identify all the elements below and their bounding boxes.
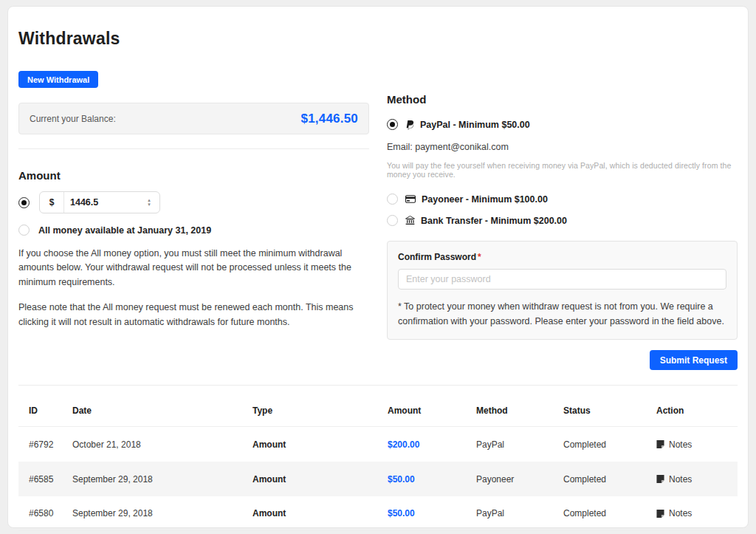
table-row: #6585 September 29, 2018 Amount $50.00 P… xyxy=(18,462,738,496)
withdrawals-card: Withdrawals New Withdrawal Current your … xyxy=(7,6,749,528)
column-header-id: ID xyxy=(29,405,72,416)
amount-note-2: Please note that the All money request m… xyxy=(18,301,369,329)
divider xyxy=(18,148,369,149)
bank-icon xyxy=(405,216,415,225)
table-body: #6792 October 21, 2018 Amount $200.00 Pa… xyxy=(18,427,738,531)
cell-date: September 29, 2018 xyxy=(72,474,252,485)
stepper-down-icon[interactable]: ▾ xyxy=(148,202,151,207)
amount-section-title: Amount xyxy=(18,169,369,182)
amount-stepper[interactable]: ▴▾ xyxy=(144,198,154,207)
balance-value: $1,446.50 xyxy=(301,112,358,126)
submit-request-button[interactable]: Submit Request xyxy=(650,350,738,370)
cell-status: Completed xyxy=(563,439,656,450)
column-header-method: Method xyxy=(476,405,563,416)
cell-date: September 29, 2018 xyxy=(72,508,252,518)
all-money-radio[interactable] xyxy=(18,225,30,236)
column-header-type: Type xyxy=(252,405,388,416)
cell-status: Completed xyxy=(563,508,656,518)
cell-id: #6585 xyxy=(29,474,72,485)
credit-card-icon xyxy=(405,195,416,203)
notes-label: Notes xyxy=(669,508,692,518)
withdrawals-table: ID Date Type Amount Method Status Action… xyxy=(18,386,738,534)
method-option-label: Bank Transfer - Minimum $200.00 xyxy=(421,216,567,226)
cell-type: Amount xyxy=(252,474,388,485)
method-section-title: Method xyxy=(387,93,738,106)
paypal-email: Email: payment@conikal.com xyxy=(387,142,738,152)
notes-icon xyxy=(656,475,664,483)
method-option-paypal[interactable]: PayPal - Minimum $50.00 xyxy=(387,119,738,130)
password-input[interactable] xyxy=(398,269,726,290)
table-row: #6792 October 21, 2018 Amount $200.00 Pa… xyxy=(18,427,738,462)
amount-column: New Withdrawal Current your Balance: $1,… xyxy=(18,71,369,370)
balance-box: Current your Balance: $1,446.50 xyxy=(18,103,369,134)
payoneer-radio[interactable] xyxy=(387,194,398,205)
currency-symbol: $ xyxy=(40,192,64,213)
password-note: * To protect your money when withdraw re… xyxy=(398,299,726,329)
cell-amount: $200.00 xyxy=(388,439,476,450)
method-option-label: PayPal - Minimum $50.00 xyxy=(420,120,530,130)
balance-label: Current your Balance: xyxy=(30,114,116,124)
notes-label: Notes xyxy=(669,474,692,485)
cell-id: #6580 xyxy=(29,508,72,518)
notes-action[interactable]: Notes xyxy=(656,508,727,518)
cell-method: Payoneer xyxy=(476,474,563,485)
custom-amount-radio[interactable] xyxy=(18,197,30,208)
method-option-label: Payoneer - Minimum $100.00 xyxy=(422,194,548,205)
column-header-amount: Amount xyxy=(388,405,476,416)
cell-type: Amount xyxy=(252,508,388,518)
page-title: Withdrawals xyxy=(18,29,738,49)
confirm-password-label: Confirm Password* xyxy=(398,252,726,262)
table-header-row: ID Date Type Amount Method Status Action xyxy=(18,386,738,427)
cell-status: Completed xyxy=(563,474,656,485)
amount-input[interactable] xyxy=(64,197,144,208)
cell-type: Amount xyxy=(252,439,388,450)
cell-id: #6792 xyxy=(29,439,72,450)
paypal-radio[interactable] xyxy=(387,119,398,130)
bank-transfer-radio[interactable] xyxy=(387,215,398,226)
column-header-action: Action xyxy=(656,405,727,416)
amount-note-1: If you choose the All money option, you … xyxy=(18,247,369,290)
method-option-bank-transfer[interactable]: Bank Transfer - Minimum $200.00 xyxy=(387,215,738,226)
required-asterisk: * xyxy=(478,252,481,262)
method-option-payoneer[interactable]: Payoneer - Minimum $100.00 xyxy=(387,194,738,205)
cell-amount: $50.00 xyxy=(388,474,476,485)
cell-date: October 21, 2018 xyxy=(72,439,252,450)
notes-label: Notes xyxy=(669,439,692,450)
submit-row: Submit Request xyxy=(387,350,738,370)
confirm-password-text: Confirm Password xyxy=(398,252,476,262)
cell-method: PayPal xyxy=(476,439,563,450)
amount-input-group: $ ▴▾ xyxy=(39,191,160,213)
cell-amount: $50.00 xyxy=(388,508,476,518)
notes-icon xyxy=(656,510,664,518)
notes-action[interactable]: Notes xyxy=(656,474,727,485)
paypal-icon xyxy=(405,120,414,130)
column-header-date: Date xyxy=(72,405,252,416)
all-money-label: All money available at January 31, 2019 xyxy=(38,225,211,236)
cell-method: PayPal xyxy=(476,508,563,518)
custom-amount-row: $ ▴▾ xyxy=(18,191,369,213)
new-withdrawal-button[interactable]: New Withdrawal xyxy=(18,71,98,88)
all-money-row[interactable]: All money available at January 31, 2019 xyxy=(18,225,369,236)
notes-action[interactable]: Notes xyxy=(656,439,727,450)
form-columns: New Withdrawal Current your Balance: $1,… xyxy=(18,71,738,370)
notes-icon xyxy=(656,440,664,448)
confirm-password-box: Confirm Password* * To protect your mone… xyxy=(387,241,738,340)
table-row: #6580 September 29, 2018 Amount $50.00 P… xyxy=(18,496,738,531)
column-header-status: Status xyxy=(563,405,656,416)
method-column: Method PayPal - Minimum $50.00 Email: pa… xyxy=(387,71,738,370)
paypal-fee-note: You will pay the fee yourself when recei… xyxy=(387,161,738,179)
